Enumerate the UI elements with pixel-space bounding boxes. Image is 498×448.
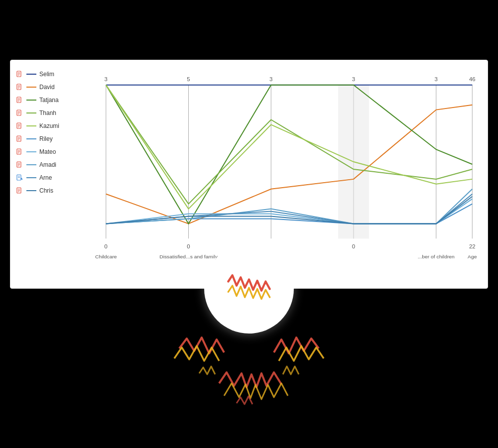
legend-name: Kazumi	[39, 122, 59, 129]
legend-item-selim[interactable]: Selim	[15, 70, 70, 78]
chart-area: 3 5 3 3 3 46 0 0 0 22 Childcare Dissatis…	[75, 60, 488, 288]
chart-legend: Selim David Tatjana Thanh Kazumi	[10, 60, 75, 288]
legend-doc-icon	[15, 161, 23, 169]
legend-name: Chris	[39, 187, 53, 194]
legend-name: Mateo	[39, 148, 56, 155]
legend-item-thanh[interactable]: Thanh	[15, 109, 70, 117]
logo-icon	[224, 273, 274, 305]
legend-color-line	[26, 164, 36, 165]
legend-color-line	[26, 74, 36, 75]
legend-doc-icon	[15, 135, 23, 143]
svg-text:5: 5	[187, 76, 190, 82]
legend-item-david[interactable]: David	[15, 83, 70, 91]
legend-color-line	[26, 138, 36, 139]
svg-text:...ber of children: ...ber of children	[418, 254, 455, 259]
legend-name: David	[39, 84, 55, 91]
legend-doc-icon	[15, 109, 23, 117]
legend-name: Selim	[39, 71, 54, 78]
legend-item-tatjana[interactable]: Tatjana	[15, 96, 70, 104]
legend-color-line	[26, 100, 36, 101]
legend-color-line	[26, 190, 36, 191]
legend-doc-icon	[15, 83, 23, 91]
svg-text:0: 0	[187, 243, 190, 249]
legend-color-line	[26, 87, 36, 88]
legend-doc-icon	[15, 148, 23, 156]
svg-text:0: 0	[352, 243, 355, 249]
legend-color-line	[26, 151, 36, 152]
legend-doc-icon	[15, 174, 23, 182]
svg-text:0: 0	[105, 243, 108, 249]
svg-text:3: 3	[105, 76, 108, 82]
legend-name: Arne	[39, 174, 52, 181]
legend-doc-icon	[15, 96, 23, 104]
legend-item-chris[interactable]: Chris	[15, 187, 70, 195]
legend-color-line	[26, 125, 36, 126]
legend-name: Thanh	[39, 110, 56, 116]
svg-text:3: 3	[352, 76, 355, 82]
legend-doc-icon	[15, 122, 23, 130]
legend-item-amadi[interactable]: Amadi	[15, 161, 70, 169]
legend-doc-icon	[15, 70, 23, 78]
svg-text:46: 46	[469, 76, 476, 82]
legend-color-line	[26, 177, 36, 178]
svg-text:3: 3	[435, 76, 438, 82]
legend-item-mateo[interactable]: Mateo	[15, 148, 70, 156]
legend-item-riley[interactable]: Riley	[15, 135, 70, 143]
svg-text:Age: Age	[468, 254, 477, 259]
legend-item-kazumi[interactable]: Kazumi	[15, 122, 70, 130]
legend-item-arne[interactable]: Arne	[15, 174, 70, 182]
legend-name: Amadi	[39, 161, 56, 168]
svg-text:Childcare: Childcare	[95, 254, 117, 259]
logo-circle	[204, 244, 294, 334]
svg-text:3: 3	[269, 76, 272, 82]
svg-text:22: 22	[469, 243, 476, 249]
legend-name: Riley	[39, 135, 53, 142]
legend-doc-icon	[15, 187, 23, 195]
svg-text:Dissatisfied...s and family: Dissatisfied...s and family	[159, 254, 218, 259]
legend-name: Tatjana	[39, 97, 59, 104]
legend-color-line	[26, 112, 36, 113]
